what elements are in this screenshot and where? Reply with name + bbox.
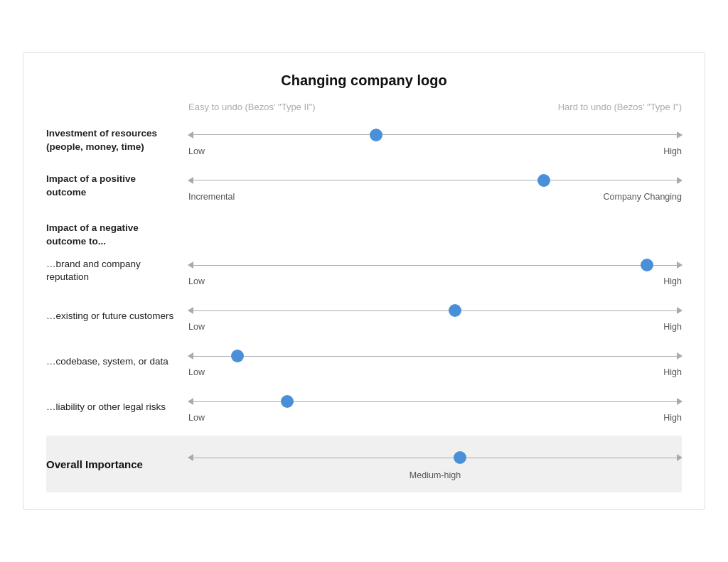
row-negative-header: Impact of a negative outcome to... — [46, 209, 682, 249]
row-positive-outcome: Impact of a positive outcomeIncrementalC… — [46, 163, 682, 209]
row-brand: …brand and company reputationLowHigh — [46, 248, 682, 293]
label-positive-outcome: Impact of a positive outcome — [46, 173, 188, 200]
slider-area-customers: LowHigh — [188, 295, 682, 337]
overall-label: Overall Importance — [46, 458, 188, 470]
arrow-left-codebase — [188, 352, 193, 360]
label-liability: …liability or other legal risks — [46, 401, 188, 414]
axis-labels-customers: LowHigh — [188, 322, 682, 332]
dot-liability — [281, 395, 294, 408]
axis-line-liability — [188, 391, 682, 411]
axis-header: Easy to undo (Bezos' "Type II") Hard to … — [188, 102, 682, 112]
arrow-right-brand — [677, 261, 682, 269]
label-brand: …brand and company reputation — [46, 258, 188, 285]
arrow-right-investment — [677, 131, 682, 139]
slider-area-investment: LowHigh — [188, 119, 682, 162]
row-investment: Investment of resources (people, money, … — [46, 118, 682, 163]
track-positive-outcome — [188, 180, 682, 181]
right-label-liability: High — [663, 413, 682, 423]
axis-labels-positive-outcome: IncrementalCompany Changing — [188, 192, 682, 202]
dot-codebase — [231, 350, 244, 362]
track-liability — [188, 401, 682, 403]
chart-card: Changing company logo Easy to undo (Bezo… — [23, 52, 705, 511]
arrow-right-customers — [677, 307, 682, 314]
axis-line-brand — [188, 255, 682, 275]
arrow-left-brand — [188, 261, 193, 269]
row-codebase: …codebase, system, or dataLowHigh — [46, 339, 682, 384]
axis-labels-codebase: LowHigh — [188, 367, 682, 377]
slider-area-brand: LowHigh — [188, 249, 682, 292]
left-label-customers: Low — [188, 322, 205, 332]
axis-line-investment — [188, 125, 682, 145]
dot-positive-outcome — [537, 174, 550, 187]
label-codebase: …codebase, system, or data — [46, 355, 188, 369]
right-label-customers: High — [663, 322, 682, 332]
axis-line-positive-outcome — [188, 171, 682, 190]
chart-title: Changing company logo — [46, 72, 682, 89]
arrow-left-liability — [188, 398, 193, 405]
left-label-brand: Low — [188, 276, 205, 286]
right-label-brand: High — [663, 276, 682, 286]
row-customers: …existing or future customersLowHigh — [46, 293, 682, 339]
axis-labels-investment: LowHigh — [188, 146, 682, 156]
track-investment — [188, 134, 682, 136]
left-label-codebase: Low — [188, 367, 205, 377]
rows-area: Investment of resources (people, money, … — [46, 118, 682, 431]
row-liability: …liability or other legal risksLowHigh — [46, 384, 682, 430]
arrow-right-positive-outcome — [677, 177, 682, 184]
right-label-positive-outcome: Company Changing — [604, 192, 682, 202]
overall-track — [188, 458, 682, 459]
slider-area-liability: LowHigh — [188, 386, 682, 428]
axis-labels-liability: LowHigh — [188, 413, 682, 423]
right-label-codebase: High — [663, 367, 682, 377]
dot-investment — [370, 129, 382, 141]
track-brand — [188, 265, 682, 266]
overall-dot-label: Medium-high — [188, 470, 682, 480]
axis-left-label: Easy to undo (Bezos' "Type II") — [188, 102, 316, 112]
left-label-liability: Low — [188, 413, 205, 423]
slider-area-positive-outcome: IncrementalCompany Changing — [188, 165, 682, 207]
arrow-left-positive-outcome — [188, 177, 193, 184]
left-label-investment: Low — [188, 146, 205, 156]
overall-axis-line — [188, 448, 682, 468]
overall-slider: Medium-high — [188, 448, 682, 480]
track-codebase — [188, 356, 682, 357]
overall-dot — [454, 451, 466, 464]
label-negative-header: Impact of a negative outcome to... — [46, 215, 188, 249]
axis-line-customers — [188, 301, 682, 320]
label-investment: Investment of resources (people, money, … — [46, 127, 188, 154]
arrow-left-investment — [188, 131, 193, 139]
slider-area-codebase: LowHigh — [188, 340, 682, 383]
label-customers: …existing or future customers — [46, 310, 188, 323]
arrow-right-codebase — [677, 352, 682, 360]
axis-labels-brand: LowHigh — [188, 276, 682, 286]
overall-section: Overall Importance Medium-high — [46, 436, 682, 492]
dot-customers — [449, 304, 461, 317]
axis-line-codebase — [188, 346, 682, 366]
axis-right-label: Hard to undo (Bezos' "Type I") — [558, 102, 682, 112]
overall-arrow-left — [188, 454, 193, 461]
arrow-right-liability — [677, 398, 682, 405]
dot-brand — [641, 259, 653, 271]
arrow-left-customers — [188, 307, 193, 314]
left-label-positive-outcome: Incremental — [188, 192, 235, 202]
overall-arrow-right — [677, 454, 682, 461]
track-customers — [188, 310, 682, 312]
right-label-investment: High — [663, 146, 682, 156]
